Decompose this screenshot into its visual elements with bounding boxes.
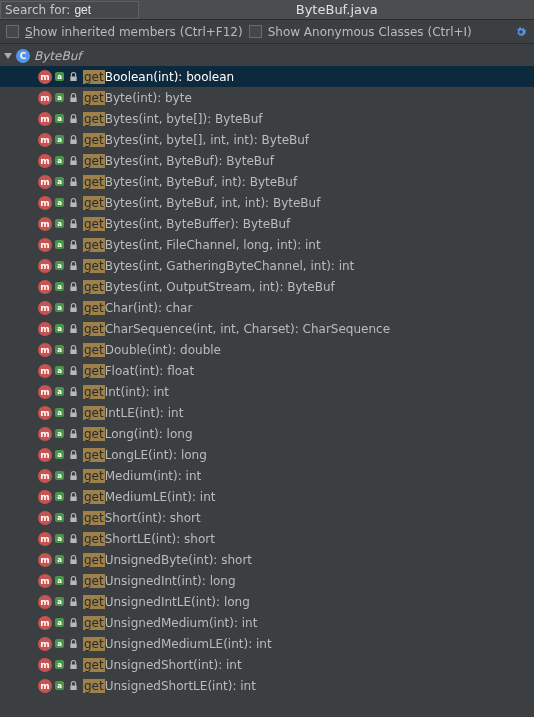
abstract-badge-icon: a xyxy=(55,303,64,312)
method-signature: getBytes(int, ByteBuf, int): ByteBuf xyxy=(83,175,297,189)
abstract-badge-icon: a xyxy=(55,240,64,249)
lock-icon xyxy=(68,534,78,544)
expand-icon[interactable] xyxy=(4,53,12,59)
lock-icon xyxy=(68,72,78,82)
method-row[interactable]: magetBytes(int, ByteBuffer): ByteBuf xyxy=(0,213,534,234)
method-row[interactable]: magetUnsignedShortLE(int): int xyxy=(0,675,534,696)
method-row[interactable]: magetLong(int): long xyxy=(0,423,534,444)
method-icon: m xyxy=(38,280,52,294)
method-row[interactable]: magetLongLE(int): long xyxy=(0,444,534,465)
method-row[interactable]: magetIntLE(int): int xyxy=(0,402,534,423)
match-highlight: get xyxy=(83,280,105,294)
search-input[interactable] xyxy=(74,3,134,17)
match-highlight: get xyxy=(83,406,105,420)
lock-icon xyxy=(68,618,78,628)
method-signature: getUnsignedMedium(int): int xyxy=(83,616,257,630)
method-row[interactable]: magetBytes(int, FileChannel, long, int):… xyxy=(0,234,534,255)
lock-icon xyxy=(68,660,78,670)
gear-icon[interactable] xyxy=(514,25,528,39)
match-highlight: get xyxy=(83,238,105,252)
method-icon: m xyxy=(38,385,52,399)
method-row[interactable]: magetUnsignedInt(int): long xyxy=(0,570,534,591)
method-row[interactable]: magetDouble(int): double xyxy=(0,339,534,360)
method-icon: m xyxy=(38,91,52,105)
method-row[interactable]: magetCharSequence(int, int, Charset): Ch… xyxy=(0,318,534,339)
method-row[interactable]: magetShortLE(int): short xyxy=(0,528,534,549)
abstract-badge-icon: a xyxy=(55,156,64,165)
method-row[interactable]: magetUnsignedMediumLE(int): int xyxy=(0,633,534,654)
abstract-badge-icon: a xyxy=(55,408,64,417)
method-row[interactable]: magetUnsignedMedium(int): int xyxy=(0,612,534,633)
lock-icon xyxy=(68,135,78,145)
anonymous-checkbox[interactable] xyxy=(249,25,262,38)
file-tab: ByteBuf.java xyxy=(139,2,534,17)
method-row[interactable]: magetUnsignedByte(int): short xyxy=(0,549,534,570)
search-box[interactable]: Search for: xyxy=(0,1,139,19)
abstract-badge-icon: a xyxy=(55,513,64,522)
method-row[interactable]: magetMedium(int): int xyxy=(0,465,534,486)
lock-icon xyxy=(68,597,78,607)
lock-icon xyxy=(68,177,78,187)
match-highlight: get xyxy=(83,112,105,126)
abstract-badge-icon: a xyxy=(55,450,64,459)
lock-icon xyxy=(68,240,78,250)
class-name: ByteBuf xyxy=(34,49,81,63)
match-highlight: get xyxy=(83,154,105,168)
method-icon: m xyxy=(38,595,52,609)
abstract-badge-icon: a xyxy=(55,492,64,501)
method-row[interactable]: magetBytes(int, ByteBuf): ByteBuf xyxy=(0,150,534,171)
method-row[interactable]: magetBytes(int, ByteBuf, int): ByteBuf xyxy=(0,171,534,192)
method-signature: getUnsignedByte(int): short xyxy=(83,553,252,567)
match-highlight: get xyxy=(83,553,105,567)
inherited-label[interactable]: Show inherited members (Ctrl+F12) xyxy=(25,25,243,39)
method-signature: getBytes(int, ByteBuffer): ByteBuf xyxy=(83,217,290,231)
method-signature: getLong(int): long xyxy=(83,427,193,441)
abstract-badge-icon: a xyxy=(55,345,64,354)
class-node[interactable]: C ByteBuf xyxy=(0,46,534,66)
method-icon: m xyxy=(38,469,52,483)
method-row[interactable]: magetInt(int): int xyxy=(0,381,534,402)
match-highlight: get xyxy=(83,511,105,525)
lock-icon xyxy=(68,513,78,523)
method-icon: m xyxy=(38,574,52,588)
method-row[interactable]: magetMediumLE(int): int xyxy=(0,486,534,507)
options-bar: Show inherited members (Ctrl+F12) Show A… xyxy=(0,20,534,44)
method-row[interactable]: magetBoolean(int): boolean xyxy=(0,66,534,87)
method-icon: m xyxy=(38,490,52,504)
lock-icon xyxy=(68,303,78,313)
method-row[interactable]: magetBytes(int, byte[]): ByteBuf xyxy=(0,108,534,129)
method-row[interactable]: magetUnsignedIntLE(int): long xyxy=(0,591,534,612)
method-signature: getChar(int): char xyxy=(83,301,192,315)
method-signature: getBytes(int, ByteBuf): ByteBuf xyxy=(83,154,274,168)
match-highlight: get xyxy=(83,574,105,588)
abstract-badge-icon: a xyxy=(55,282,64,291)
lock-icon xyxy=(68,261,78,271)
method-row[interactable]: magetBytes(int, ByteBuf, int, int): Byte… xyxy=(0,192,534,213)
method-row[interactable]: magetBytes(int, GatheringByteChannel, in… xyxy=(0,255,534,276)
inherited-checkbox[interactable] xyxy=(6,25,19,38)
method-signature: getUnsignedIntLE(int): long xyxy=(83,595,250,609)
structure-tree[interactable]: C ByteBuf magetBoolean(int): booleanmage… xyxy=(0,44,534,698)
method-signature: getDouble(int): double xyxy=(83,343,221,357)
method-row[interactable]: magetUnsignedShort(int): int xyxy=(0,654,534,675)
method-icon: m xyxy=(38,154,52,168)
method-row[interactable]: magetChar(int): char xyxy=(0,297,534,318)
lock-icon xyxy=(68,450,78,460)
method-row[interactable]: magetBytes(int, OutputStream, int): Byte… xyxy=(0,276,534,297)
method-signature: getUnsignedShortLE(int): int xyxy=(83,679,256,693)
method-icon: m xyxy=(38,616,52,630)
lock-icon xyxy=(68,345,78,355)
method-icon: m xyxy=(38,658,52,672)
method-signature: getBytes(int, byte[]): ByteBuf xyxy=(83,112,263,126)
abstract-badge-icon: a xyxy=(55,324,64,333)
method-row[interactable]: magetBytes(int, byte[], int, int): ByteB… xyxy=(0,129,534,150)
method-signature: getInt(int): int xyxy=(83,385,169,399)
anonymous-label[interactable]: Show Anonymous Classes (Ctrl+I) xyxy=(268,25,472,39)
method-row[interactable]: magetByte(int): byte xyxy=(0,87,534,108)
abstract-badge-icon: a xyxy=(55,681,64,690)
method-signature: getIntLE(int): int xyxy=(83,406,183,420)
method-row[interactable]: magetFloat(int): float xyxy=(0,360,534,381)
method-signature: getFloat(int): float xyxy=(83,364,194,378)
method-signature: getShort(int): short xyxy=(83,511,201,525)
method-row[interactable]: magetShort(int): short xyxy=(0,507,534,528)
